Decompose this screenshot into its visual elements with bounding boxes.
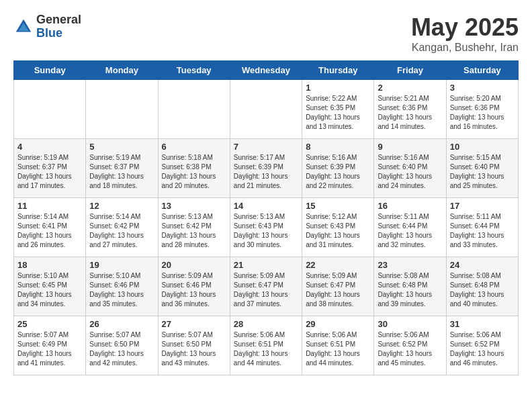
- day-number: 29: [306, 319, 370, 329]
- day-number: 7: [234, 142, 298, 152]
- calendar-cell: 31Sunrise: 5:06 AM Sunset: 6:52 PM Dayli…: [446, 316, 518, 375]
- calendar-cell: 21Sunrise: 5:09 AM Sunset: 6:47 PM Dayli…: [230, 257, 302, 316]
- cell-content: Sunrise: 5:13 AM Sunset: 6:43 PM Dayligh…: [234, 212, 298, 250]
- cell-content: Sunrise: 5:10 AM Sunset: 6:46 PM Dayligh…: [89, 271, 154, 309]
- cell-content: Sunrise: 5:06 AM Sunset: 6:51 PM Dayligh…: [306, 330, 370, 368]
- calendar-cell: 27Sunrise: 5:07 AM Sunset: 6:50 PM Dayli…: [158, 316, 230, 375]
- day-number: 1: [306, 83, 370, 93]
- calendar-cell: 29Sunrise: 5:06 AM Sunset: 6:51 PM Dayli…: [302, 316, 374, 375]
- cell-content: Sunrise: 5:22 AM Sunset: 6:35 PM Dayligh…: [306, 94, 370, 132]
- cell-content: Sunrise: 5:12 AM Sunset: 6:43 PM Dayligh…: [306, 212, 370, 250]
- day-number: 31: [450, 319, 515, 329]
- day-number: 27: [162, 319, 226, 329]
- calendar-cell: 9Sunrise: 5:16 AM Sunset: 6:40 PM Daylig…: [374, 139, 446, 198]
- calendar-cell: [14, 80, 86, 139]
- day-number: 26: [89, 319, 154, 329]
- cell-content: Sunrise: 5:06 AM Sunset: 6:52 PM Dayligh…: [378, 330, 442, 368]
- cell-content: Sunrise: 5:11 AM Sunset: 6:44 PM Dayligh…: [378, 212, 442, 250]
- calendar-cell: 23Sunrise: 5:08 AM Sunset: 6:48 PM Dayli…: [374, 257, 446, 316]
- calendar-table: SundayMondayTuesdayWednesdayThursdayFrid…: [13, 60, 519, 375]
- calendar-cell: 18Sunrise: 5:10 AM Sunset: 6:45 PM Dayli…: [14, 257, 86, 316]
- day-number: 11: [17, 201, 82, 211]
- month-year-title: May 2025: [411, 13, 519, 42]
- header-sunday: Sunday: [14, 61, 86, 80]
- cell-content: Sunrise: 5:11 AM Sunset: 6:44 PM Dayligh…: [450, 212, 515, 250]
- day-number: 13: [162, 201, 226, 211]
- calendar-cell: 14Sunrise: 5:13 AM Sunset: 6:43 PM Dayli…: [230, 198, 302, 257]
- day-number: 3: [450, 83, 515, 93]
- cell-content: Sunrise: 5:17 AM Sunset: 6:39 PM Dayligh…: [234, 153, 298, 191]
- cell-content: Sunrise: 5:21 AM Sunset: 6:36 PM Dayligh…: [378, 94, 442, 132]
- day-number: 15: [306, 201, 370, 211]
- cell-content: Sunrise: 5:09 AM Sunset: 6:47 PM Dayligh…: [306, 271, 370, 309]
- header-thursday: Thursday: [302, 61, 374, 80]
- calendar-cell: [230, 80, 302, 139]
- cell-content: Sunrise: 5:16 AM Sunset: 6:40 PM Dayligh…: [378, 153, 442, 191]
- calendar-cell: 17Sunrise: 5:11 AM Sunset: 6:44 PM Dayli…: [446, 198, 518, 257]
- day-number: 18: [17, 260, 82, 270]
- calendar-cell: 30Sunrise: 5:06 AM Sunset: 6:52 PM Dayli…: [374, 316, 446, 375]
- day-number: 6: [162, 142, 226, 152]
- day-number: 12: [89, 201, 154, 211]
- calendar-cell: 12Sunrise: 5:14 AM Sunset: 6:42 PM Dayli…: [86, 198, 158, 257]
- cell-content: Sunrise: 5:18 AM Sunset: 6:38 PM Dayligh…: [162, 153, 226, 191]
- page-header: General Blue May 2025 Kangan, Bushehr, I…: [13, 13, 519, 54]
- day-number: 24: [450, 260, 515, 270]
- location-subtitle: Kangan, Bushehr, Iran: [411, 42, 519, 54]
- calendar-week-row: 11Sunrise: 5:14 AM Sunset: 6:41 PM Dayli…: [14, 198, 519, 257]
- calendar-cell: [158, 80, 230, 139]
- header-wednesday: Wednesday: [230, 61, 302, 80]
- cell-content: Sunrise: 5:07 AM Sunset: 6:50 PM Dayligh…: [162, 330, 226, 368]
- cell-content: Sunrise: 5:20 AM Sunset: 6:36 PM Dayligh…: [450, 94, 515, 132]
- day-number: 19: [89, 260, 154, 270]
- cell-content: Sunrise: 5:14 AM Sunset: 6:41 PM Dayligh…: [17, 212, 82, 250]
- calendar-cell: 22Sunrise: 5:09 AM Sunset: 6:47 PM Dayli…: [302, 257, 374, 316]
- day-number: 23: [378, 260, 442, 270]
- cell-content: Sunrise: 5:16 AM Sunset: 6:39 PM Dayligh…: [306, 153, 370, 191]
- day-number: 22: [306, 260, 370, 270]
- calendar-cell: 25Sunrise: 5:07 AM Sunset: 6:49 PM Dayli…: [14, 316, 86, 375]
- calendar-cell: 7Sunrise: 5:17 AM Sunset: 6:39 PM Daylig…: [230, 139, 302, 198]
- logo-icon: [13, 17, 34, 37]
- calendar-cell: 4Sunrise: 5:19 AM Sunset: 6:37 PM Daylig…: [14, 139, 86, 198]
- logo-blue-text: Blue: [36, 27, 81, 40]
- calendar-cell: 1Sunrise: 5:22 AM Sunset: 6:35 PM Daylig…: [302, 80, 374, 139]
- calendar-cell: 8Sunrise: 5:16 AM Sunset: 6:39 PM Daylig…: [302, 139, 374, 198]
- day-number: 10: [450, 142, 515, 152]
- calendar-cell: 11Sunrise: 5:14 AM Sunset: 6:41 PM Dayli…: [14, 198, 86, 257]
- day-number: 30: [378, 319, 442, 329]
- calendar-cell: 26Sunrise: 5:07 AM Sunset: 6:50 PM Dayli…: [86, 316, 158, 375]
- day-number: 14: [234, 201, 298, 211]
- calendar-week-row: 1Sunrise: 5:22 AM Sunset: 6:35 PM Daylig…: [14, 80, 519, 139]
- calendar-cell: 13Sunrise: 5:13 AM Sunset: 6:42 PM Dayli…: [158, 198, 230, 257]
- header-friday: Friday: [374, 61, 446, 80]
- cell-content: Sunrise: 5:08 AM Sunset: 6:48 PM Dayligh…: [378, 271, 442, 309]
- logo: General Blue: [13, 13, 81, 40]
- cell-content: Sunrise: 5:06 AM Sunset: 6:51 PM Dayligh…: [234, 330, 298, 368]
- day-number: 17: [450, 201, 515, 211]
- day-number: 9: [378, 142, 442, 152]
- day-number: 28: [234, 319, 298, 329]
- day-number: 25: [17, 319, 82, 329]
- calendar-cell: 24Sunrise: 5:08 AM Sunset: 6:48 PM Dayli…: [446, 257, 518, 316]
- cell-content: Sunrise: 5:09 AM Sunset: 6:46 PM Dayligh…: [162, 271, 226, 309]
- calendar-cell: 20Sunrise: 5:09 AM Sunset: 6:46 PM Dayli…: [158, 257, 230, 316]
- cell-content: Sunrise: 5:08 AM Sunset: 6:48 PM Dayligh…: [450, 271, 515, 309]
- cell-content: Sunrise: 5:13 AM Sunset: 6:42 PM Dayligh…: [162, 212, 226, 250]
- cell-content: Sunrise: 5:07 AM Sunset: 6:50 PM Dayligh…: [89, 330, 154, 368]
- cell-content: Sunrise: 5:19 AM Sunset: 6:37 PM Dayligh…: [17, 153, 82, 191]
- logo-text: General Blue: [36, 13, 81, 40]
- calendar-cell: 5Sunrise: 5:19 AM Sunset: 6:37 PM Daylig…: [86, 139, 158, 198]
- day-number: 16: [378, 201, 442, 211]
- day-number: 8: [306, 142, 370, 152]
- cell-content: Sunrise: 5:19 AM Sunset: 6:37 PM Dayligh…: [89, 153, 154, 191]
- calendar-week-row: 25Sunrise: 5:07 AM Sunset: 6:49 PM Dayli…: [14, 316, 519, 375]
- day-number: 5: [89, 142, 154, 152]
- calendar-cell: 19Sunrise: 5:10 AM Sunset: 6:46 PM Dayli…: [86, 257, 158, 316]
- header-saturday: Saturday: [446, 61, 518, 80]
- calendar-cell: 10Sunrise: 5:15 AM Sunset: 6:40 PM Dayli…: [446, 139, 518, 198]
- cell-content: Sunrise: 5:14 AM Sunset: 6:42 PM Dayligh…: [89, 212, 154, 250]
- logo-general-text: General: [36, 13, 81, 27]
- day-number: 2: [378, 83, 442, 93]
- day-number: 4: [17, 142, 82, 152]
